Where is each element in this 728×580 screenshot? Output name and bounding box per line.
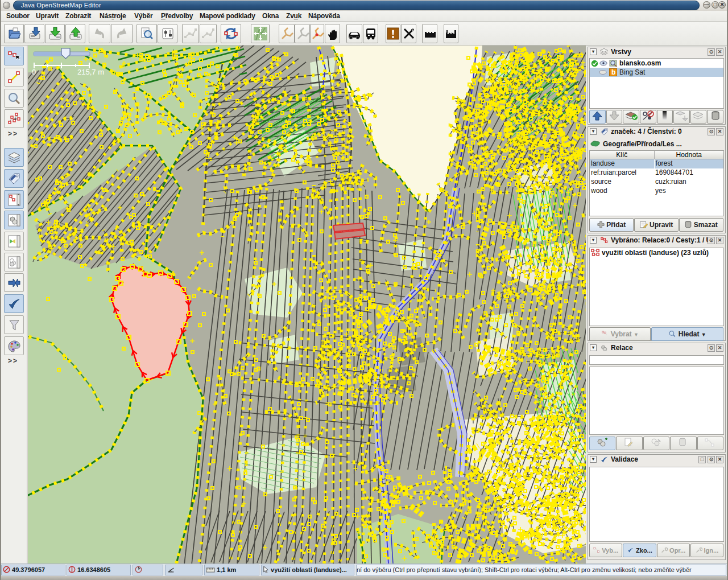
svg-text:0: 0 bbox=[32, 68, 36, 76]
svg-text:215,7 m: 215,7 m bbox=[77, 68, 104, 76]
